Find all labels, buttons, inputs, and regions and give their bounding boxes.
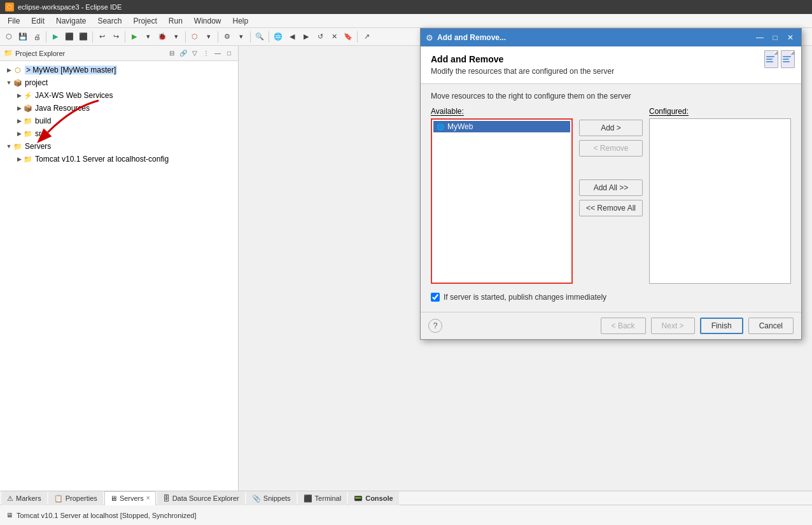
tb-dropdown1[interactable]: ▾	[142, 31, 155, 43]
tb-bookmark[interactable]: 🔖	[342, 31, 354, 43]
dialog-minimize-btn[interactable]: —	[754, 32, 766, 43]
tb-search[interactable]: 🔍	[253, 31, 266, 43]
status-text: Tomcat v10.1 Server at localhost [Stoppe…	[17, 512, 197, 519]
dialog-titlebar: ⚙ Add and Remove... — □ ✕	[421, 29, 801, 46]
menu-window[interactable]: Window	[189, 15, 227, 27]
menu-search[interactable]: Search	[92, 15, 127, 27]
console-icon: 📟	[354, 494, 363, 503]
dialog-close-btn[interactable]: ✕	[785, 32, 796, 43]
tb-fwd[interactable]: ↪	[109, 31, 122, 43]
dialog-title: Add and Remove...	[437, 33, 750, 42]
tb-stop2[interactable]: ⬛	[77, 31, 90, 43]
menu-project[interactable]: Project	[128, 15, 162, 27]
tree-label-servers: Servers	[25, 142, 51, 151]
add-button[interactable]: Add >	[579, 120, 643, 136]
tb-nav-back[interactable]: ◀	[286, 31, 298, 43]
title-bar: ⬡ eclipse-workspace3 - Eclipse IDE	[0, 0, 812, 14]
tb-dropdown2[interactable]: ▾	[170, 31, 183, 43]
tab-markers[interactable]: ⚠ Markers	[1, 491, 47, 505]
tab-markers-label: Markers	[16, 494, 41, 502]
tb-back[interactable]: ↩	[95, 31, 108, 43]
maximize-icon[interactable]: □	[224, 48, 234, 59]
cancel-button[interactable]: Cancel	[748, 318, 794, 334]
toolbar-sep-4	[185, 31, 186, 43]
next-button[interactable]: Next >	[651, 318, 695, 334]
menu-edit[interactable]: Edit	[26, 15, 50, 27]
tab-terminal[interactable]: ⬛ Terminal	[298, 491, 347, 505]
tb-profile[interactable]: ⚙	[221, 31, 234, 43]
tab-console[interactable]: 📟 Console	[348, 491, 398, 505]
tb-dropdown4[interactable]: ▾	[235, 31, 248, 43]
publish-checkbox[interactable]	[431, 293, 440, 302]
tb-dropdown3[interactable]: ▾	[202, 31, 215, 43]
tree-view: ▶ ⬡ > MyWeb [MyWeb master] ▼ 📦 project ▶…	[0, 61, 238, 491]
finish-button[interactable]: Finish	[700, 318, 743, 334]
remove-all-button[interactable]: << Remove All	[579, 200, 643, 216]
tb-save[interactable]: 💾	[17, 31, 29, 43]
tree-arrow-project: ▼	[5, 79, 13, 87]
project-explorer-panel: 📁 Project Explorer ⊟ 🔗 ▽ ⋮ — □ ▶ ⬡ > MyW…	[0, 46, 239, 491]
tabs-row: ⚠ Markers 📋 Properties 🖥 Servers × 🗄 Dat…	[0, 491, 812, 505]
tb-new[interactable]: ⬡	[3, 31, 15, 43]
data-source-icon: 🗄	[163, 494, 170, 502]
tab-servers-close[interactable]: ×	[146, 494, 150, 501]
menu-navigate[interactable]: Navigate	[51, 15, 91, 27]
panel-header: 📁 Project Explorer ⊟ 🔗 ▽ ⋮ — □	[0, 46, 238, 61]
collapse-all-icon[interactable]: ⊟	[167, 48, 177, 59]
tab-snippets[interactable]: 📎 Snippets	[246, 491, 297, 505]
tree-item-tomcat[interactable]: ▶ 📁 Tomcat v10.1 Server at localhost-con…	[0, 153, 238, 165]
menu-run[interactable]: Run	[164, 15, 188, 27]
tb-coverage[interactable]: ⬡	[188, 31, 201, 43]
src-icon: 📁	[23, 129, 33, 139]
menu-file[interactable]: File	[3, 15, 25, 27]
tb-run2[interactable]: ▶	[128, 31, 141, 43]
configured-label: Configured:	[649, 107, 791, 116]
tree-item-myweb[interactable]: ▶ ⬡ > MyWeb [MyWeb master]	[0, 64, 238, 76]
project-icon-myweb: ⬡	[13, 65, 23, 75]
toolbar-sep-2	[92, 31, 93, 43]
menu-dots-icon[interactable]: ⋮	[201, 48, 211, 59]
dialog-header: Add and Remove Modify the resources that…	[421, 46, 801, 84]
configured-list[interactable]	[649, 118, 791, 284]
back-button[interactable]: < Back	[601, 318, 646, 334]
remove-button[interactable]: < Remove	[579, 140, 643, 157]
tb-print[interactable]: 🖨	[31, 31, 43, 43]
tree-item-jaxws[interactable]: ▶ ⚡ JAX-WS Web Services	[0, 89, 238, 102]
tab-console-label: Console	[365, 494, 393, 502]
tb-debug[interactable]: 🐞	[156, 31, 169, 43]
tree-item-build[interactable]: ▶ 📁 build	[0, 115, 238, 127]
available-item-myweb[interactable]: 🌐 MyWeb	[433, 121, 570, 132]
tab-properties[interactable]: 📋 Properties	[48, 491, 103, 505]
transfer-buttons: Add > < Remove Add All >> << Remove All	[579, 107, 643, 216]
tb-stop1[interactable]: ⬛	[63, 31, 76, 43]
available-list[interactable]: 🌐 MyWeb	[431, 118, 573, 284]
toolbar-sep-6	[250, 31, 251, 43]
build-icon: 📁	[23, 116, 33, 126]
tree-item-project[interactable]: ▼ 📦 project	[0, 76, 238, 89]
tb-stop3[interactable]: ✕	[328, 31, 340, 43]
tree-label-src: src	[35, 129, 45, 138]
tb-web1[interactable]: 🌐	[272, 31, 284, 43]
tab-servers[interactable]: 🖥 Servers ×	[104, 491, 156, 505]
tb-ext[interactable]: ↗	[360, 31, 373, 43]
menu-help[interactable]: Help	[228, 15, 254, 27]
minimize-icon[interactable]: —	[213, 48, 223, 59]
project-icon: 📦	[13, 78, 23, 88]
tb-refresh[interactable]: ↺	[314, 31, 326, 43]
tree-item-java-resources[interactable]: ▶ 📦 Java Resources	[0, 102, 238, 115]
tomcat-icon: 📁	[23, 154, 33, 164]
tree-label-project: project	[25, 78, 48, 87]
myweb-web-icon: 🌐	[436, 122, 445, 131]
tab-data-source[interactable]: 🗄 Data Source Explorer	[157, 491, 245, 505]
dialog-maximize-btn[interactable]: □	[769, 32, 781, 43]
tree-item-src[interactable]: ▶ 📁 src	[0, 127, 238, 140]
tree-label-build: build	[35, 116, 51, 125]
filter-icon[interactable]: ▽	[190, 48, 200, 59]
tb-nav-fwd[interactable]: ▶	[300, 31, 312, 43]
tree-item-servers[interactable]: ▼ 📁 Servers	[0, 140, 238, 153]
add-all-button[interactable]: Add All >>	[579, 179, 643, 196]
tb-run[interactable]: ▶	[49, 31, 62, 43]
help-button[interactable]: ?	[428, 319, 442, 333]
link-icon[interactable]: 🔗	[178, 48, 188, 59]
dialog-body: Move resources to the right to configure…	[421, 84, 801, 312]
